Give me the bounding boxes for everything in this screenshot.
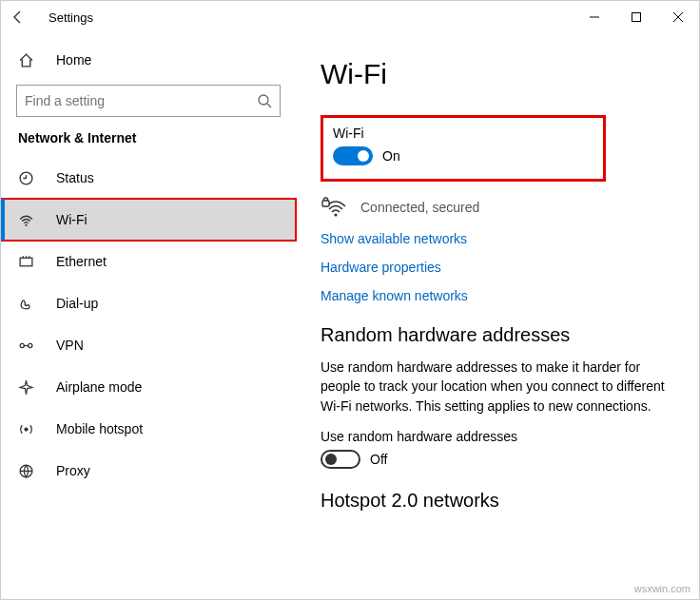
sidebar-item-vpn[interactable]: VPN bbox=[1, 324, 296, 366]
svg-point-2 bbox=[259, 95, 268, 105]
sidebar-home[interactable]: Home bbox=[1, 41, 296, 79]
link-hardware-properties[interactable]: Hardware properties bbox=[321, 260, 671, 275]
link-show-networks[interactable]: Show available networks bbox=[321, 231, 671, 246]
titlebar: Settings bbox=[1, 1, 699, 33]
random-hw-toggle[interactable] bbox=[321, 450, 360, 469]
svg-point-8 bbox=[29, 343, 32, 347]
sidebar-item-ethernet[interactable]: Ethernet bbox=[1, 241, 296, 282]
random-hw-toggle-label: Use random hardware addresses bbox=[321, 429, 671, 444]
nav-label: Dial-up bbox=[56, 296, 98, 311]
sidebar-item-airplane[interactable]: Airplane mode bbox=[1, 366, 296, 408]
dialup-icon bbox=[18, 296, 39, 312]
sidebar-item-proxy[interactable]: Proxy bbox=[1, 450, 296, 492]
connection-status: Connected, secured bbox=[321, 195, 671, 220]
wifi-icon bbox=[18, 212, 39, 228]
link-manage-networks[interactable]: Manage known networks bbox=[321, 288, 671, 303]
nav-label: VPN bbox=[56, 338, 84, 353]
page-title: Wi-Fi bbox=[321, 58, 671, 90]
minimize-button[interactable] bbox=[574, 1, 615, 33]
svg-rect-1 bbox=[632, 13, 641, 22]
content-pane: Wi-Fi Wi-Fi On Connected, secu bbox=[296, 33, 699, 599]
sidebar-item-status[interactable]: Status bbox=[1, 157, 296, 199]
svg-point-5 bbox=[25, 223, 27, 225]
sidebar-category: Network & Internet bbox=[18, 130, 296, 145]
svg-point-10 bbox=[24, 427, 28, 431]
svg-rect-13 bbox=[322, 201, 329, 206]
nav-label: Ethernet bbox=[56, 254, 107, 269]
nav-label: Wi-Fi bbox=[56, 212, 88, 227]
random-hw-description: Use random hardware addresses to make it… bbox=[321, 358, 671, 416]
random-hw-heading: Random hardware addresses bbox=[321, 324, 671, 346]
airplane-icon bbox=[18, 379, 39, 396]
window-title: Settings bbox=[49, 10, 93, 25]
back-button[interactable] bbox=[10, 10, 41, 25]
sidebar-home-label: Home bbox=[56, 52, 91, 68]
nav-label: Airplane mode bbox=[56, 379, 142, 395]
nav-label: Status bbox=[56, 170, 94, 185]
proxy-icon bbox=[18, 463, 39, 479]
home-icon bbox=[18, 52, 39, 68]
nav-label: Proxy bbox=[56, 463, 90, 478]
wifi-toggle-state: On bbox=[382, 148, 400, 164]
wifi-toggle-label: Wi-Fi bbox=[333, 126, 593, 141]
nav-label: Mobile hotspot bbox=[56, 421, 143, 436]
sidebar-item-hotspot[interactable]: Mobile hotspot bbox=[1, 408, 296, 450]
search-icon bbox=[257, 93, 272, 108]
sidebar-item-wifi[interactable]: Wi-Fi bbox=[1, 199, 296, 241]
svg-rect-6 bbox=[20, 258, 32, 266]
ethernet-icon bbox=[18, 254, 39, 270]
status-icon bbox=[18, 170, 39, 186]
wifi-toggle-section: Wi-Fi On bbox=[321, 115, 606, 182]
maximize-button[interactable] bbox=[615, 1, 657, 33]
search-box[interactable] bbox=[16, 85, 281, 117]
hotspot-heading: Hotspot 2.0 networks bbox=[321, 490, 671, 512]
vpn-icon bbox=[18, 338, 39, 354]
search-input[interactable] bbox=[25, 93, 257, 108]
hotspot-icon bbox=[18, 421, 39, 437]
sidebar: Home Network & Internet Status Wi-Fi bbox=[1, 33, 296, 599]
wifi-toggle[interactable] bbox=[333, 146, 373, 165]
svg-point-12 bbox=[334, 213, 337, 216]
svg-point-7 bbox=[20, 343, 24, 347]
connection-status-text: Connected, secured bbox=[360, 200, 479, 215]
watermark: wsxwin.com bbox=[634, 583, 690, 594]
random-hw-toggle-state: Off bbox=[370, 452, 387, 467]
secured-wifi-icon bbox=[321, 195, 349, 220]
svg-line-3 bbox=[267, 104, 271, 107]
close-button[interactable] bbox=[657, 1, 699, 33]
sidebar-item-dialup[interactable]: Dial-up bbox=[1, 282, 296, 324]
